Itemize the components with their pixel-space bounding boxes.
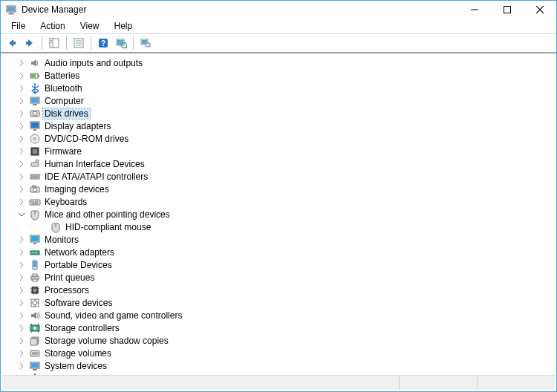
tree-category[interactable]: Storage volume shadow copies bbox=[16, 334, 556, 347]
toolbar-show-hide-tree-button[interactable] bbox=[46, 35, 62, 51]
network-icon bbox=[29, 246, 41, 258]
chevron-right-icon[interactable] bbox=[16, 285, 27, 295]
tree-category-label: Firmware bbox=[43, 146, 83, 157]
chevron-right-icon[interactable] bbox=[16, 172, 27, 182]
toolbar-back-button[interactable] bbox=[4, 35, 20, 51]
toolbar-scan-hardware-button[interactable] bbox=[113, 35, 129, 51]
tree-category-label: Software devices bbox=[43, 298, 114, 308]
svg-rect-41 bbox=[31, 163, 39, 166]
tree-category[interactable]: System devices bbox=[16, 359, 556, 372]
tree-category[interactable]: Batteries bbox=[16, 69, 556, 82]
tree-category-label: Storage volumes bbox=[43, 348, 113, 359]
tree-category-label: Batteries bbox=[43, 71, 81, 81]
firmware-icon bbox=[29, 146, 41, 157]
chevron-right-icon[interactable] bbox=[16, 336, 27, 346]
tree-category[interactable]: Software devices bbox=[16, 296, 556, 309]
toolbar-help-button[interactable]: ? bbox=[95, 35, 111, 51]
chevron-right-icon[interactable] bbox=[16, 108, 27, 119]
close-button[interactable] bbox=[524, 1, 556, 19]
chevron-right-icon[interactable] bbox=[16, 361, 27, 371]
svg-point-84 bbox=[33, 327, 36, 330]
tree-category[interactable]: IDE ATA/ATAPI controllers bbox=[16, 170, 556, 183]
svg-rect-27 bbox=[31, 74, 36, 77]
menu-help[interactable]: Help bbox=[107, 19, 140, 33]
chevron-right-icon[interactable] bbox=[16, 83, 27, 94]
toolbar-separator bbox=[66, 36, 67, 50]
toolbar-properties-button[interactable] bbox=[71, 35, 87, 51]
tree-category[interactable]: Processors bbox=[16, 284, 556, 296]
chevron-right-icon[interactable] bbox=[16, 348, 27, 359]
chevron-right-icon[interactable] bbox=[16, 184, 27, 195]
menu-action[interactable]: Action bbox=[33, 19, 72, 33]
tree-category[interactable]: Network adapters bbox=[16, 246, 556, 258]
chevron-right-icon[interactable] bbox=[16, 260, 27, 270]
chevron-right-icon[interactable] bbox=[16, 235, 27, 245]
menu-file[interactable]: File bbox=[4, 19, 33, 33]
tree-category[interactable]: Sound, video and game controllers bbox=[16, 309, 556, 321]
titlebar: Device Manager bbox=[1, 0, 556, 18]
device-tree-pane[interactable]: Audio inputs and outputsBatteriesBluetoo… bbox=[1, 55, 556, 391]
tree-category[interactable]: Display adapters bbox=[16, 120, 556, 132]
chevron-right-icon[interactable] bbox=[16, 247, 27, 258]
tree-category-label: DVD/CD-ROM drives bbox=[43, 134, 130, 144]
tree-category[interactable]: Portable Devices bbox=[16, 258, 556, 271]
chevron-right-icon[interactable] bbox=[16, 272, 27, 283]
tree-category[interactable]: Storage volumes bbox=[16, 347, 556, 359]
tree-category[interactable]: Monitors bbox=[16, 233, 556, 246]
app-icon bbox=[5, 4, 17, 16]
toolbar-show-hidden-button[interactable] bbox=[137, 35, 154, 51]
tree-device[interactable]: HID-compliant mouse bbox=[37, 220, 556, 233]
tree-category[interactable]: Disk drives bbox=[16, 107, 556, 120]
svg-line-21 bbox=[126, 47, 127, 48]
tree-category[interactable]: Firmware bbox=[16, 145, 556, 157]
tree-category[interactable]: Audio inputs and outputs bbox=[16, 56, 556, 69]
chevron-right-icon[interactable] bbox=[16, 134, 27, 144]
chevron-right-icon[interactable] bbox=[16, 96, 27, 106]
tree-category-label: Audio inputs and outputs bbox=[43, 58, 144, 68]
audio-icon bbox=[29, 57, 41, 69]
svg-rect-51 bbox=[33, 201, 35, 203]
svg-rect-3 bbox=[8, 13, 14, 14]
minimize-button[interactable] bbox=[458, 1, 491, 19]
volume-icon bbox=[29, 347, 41, 359]
chevron-right-icon[interactable] bbox=[16, 310, 27, 321]
ide-icon bbox=[29, 171, 41, 183]
computer-icon bbox=[29, 95, 41, 107]
battery-icon bbox=[29, 70, 41, 82]
chevron-right-icon[interactable] bbox=[16, 159, 27, 169]
tree-category[interactable]: Human Interface Devices bbox=[16, 157, 556, 170]
menu-view[interactable]: View bbox=[73, 19, 107, 33]
chevron-right-icon[interactable] bbox=[16, 58, 27, 68]
tree-category[interactable]: Print queues bbox=[16, 271, 556, 284]
toolbar-forward-button[interactable] bbox=[22, 35, 38, 51]
tree-category-label: Disk drives bbox=[43, 108, 90, 119]
tree-category-label: Mice and other pointing devices bbox=[43, 209, 172, 220]
chevron-right-icon[interactable] bbox=[16, 146, 27, 157]
tree-category-label: Monitors bbox=[43, 235, 80, 245]
chevron-right-icon[interactable] bbox=[16, 71, 27, 81]
tree-category[interactable]: Imaging devices bbox=[16, 183, 556, 195]
menubar: File Action View Help bbox=[1, 18, 556, 34]
svg-rect-61 bbox=[32, 252, 33, 253]
chevron-right-icon[interactable] bbox=[16, 323, 27, 333]
mouse-icon bbox=[29, 209, 41, 220]
chevron-right-icon[interactable] bbox=[16, 197, 27, 207]
software-icon bbox=[29, 297, 41, 309]
svg-rect-29 bbox=[31, 98, 39, 102]
maximize-button[interactable] bbox=[491, 1, 524, 19]
tree-category[interactable]: Mice and other pointing devices bbox=[16, 208, 556, 220]
tree-category[interactable]: Computer bbox=[16, 94, 556, 107]
svg-rect-1 bbox=[7, 7, 15, 11]
tree-category[interactable]: Bluetooth bbox=[16, 82, 556, 94]
chevron-down-icon[interactable] bbox=[16, 209, 27, 220]
chevron-right-icon[interactable] bbox=[16, 298, 27, 308]
svg-rect-5 bbox=[504, 6, 511, 13]
tree-category[interactable]: Storage controllers bbox=[16, 321, 556, 334]
svg-rect-30 bbox=[33, 104, 37, 105]
tree-category-label: IDE ATA/ATAPI controllers bbox=[43, 172, 149, 182]
tree-category-label: Storage controllers bbox=[43, 323, 121, 333]
tree-category[interactable]: Keyboards bbox=[16, 195, 556, 208]
chevron-right-icon[interactable] bbox=[16, 121, 27, 131]
tree-category[interactable]: DVD/CD-ROM drives bbox=[16, 132, 556, 145]
tree-category-label: Imaging devices bbox=[43, 184, 111, 195]
